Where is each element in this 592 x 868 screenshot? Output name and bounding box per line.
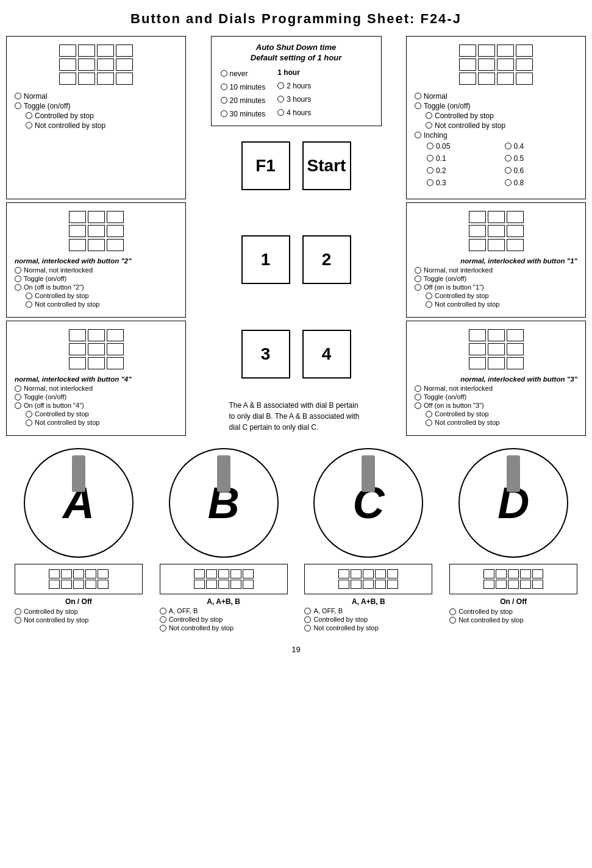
ml-radio-0[interactable] [15,267,21,274]
tr-radio-inching[interactable] [415,132,421,138]
dial-a-handle [72,455,85,492]
br-opt-2: Off (on is button "3") [415,402,577,409]
mr-radio-1[interactable] [415,276,421,282]
mr-radio-0[interactable] [415,267,421,274]
bl-radio-1[interactable] [15,394,21,400]
radio-30min[interactable] [221,110,227,117]
dial-b-subtitle-row: A, OFF, B [160,607,288,614]
br-radio-0[interactable] [415,385,421,392]
tr-option-inching: Inching [415,131,577,140]
ml-radio-1[interactable] [15,276,21,282]
tr-radio-05[interactable] [505,155,512,162]
bot-right-panel: normal, interlocked with button "3" Norm… [406,321,586,436]
dial-c-info-box [304,564,432,594]
dial-c-subtitle-row: A, OFF, B [304,607,432,614]
radio-2hr[interactable] [277,82,284,89]
tr-radio-005[interactable] [427,143,433,149]
bl-opt-0: Normal, not interlocked [15,385,177,392]
dial-a[interactable]: A [24,448,134,558]
btn-3[interactable]: 3 [241,330,290,379]
ml-radio-4[interactable] [26,301,32,308]
bl-radio-0[interactable] [15,385,21,392]
btn-2[interactable]: 2 [302,235,351,284]
tr-radio-06[interactable] [505,167,512,174]
dial-a-radio-0[interactable] [15,608,21,615]
dial-b-radio-1[interactable] [160,625,166,631]
shutdown-4hr: 4 hours [277,108,311,117]
br-opt-0: Normal, not interlocked [415,385,577,392]
dial-d-opt-0: Controlled by stop [449,608,577,615]
tr-radio-toggle[interactable] [415,102,421,109]
dial-c-radio-0[interactable] [304,616,311,623]
radio-20min[interactable] [221,97,227,104]
tr-inch-02: 0.2 [427,166,500,175]
dial-c-wrapper: C A, A+B, B A, OFF, B Controlled by stop… [304,448,432,633]
dial-d-handle [507,455,520,492]
tr-radio-02[interactable] [427,167,433,174]
tr-radio-08[interactable] [505,179,512,186]
ml-radio-2[interactable] [15,284,21,291]
dial-d-radio-0[interactable] [449,608,456,615]
ml-opt-3: Controlled by stop [26,292,177,299]
tr-radio-controlled[interactable] [426,112,432,119]
shutdown-col-right: 1 hour 2 hours 3 hours 4 hours [277,68,311,119]
radio-4hr[interactable] [277,109,284,116]
tr-radio-04[interactable] [505,143,512,149]
shutdown-col-left: never 10 minutes 20 minutes 30 minutes [221,68,266,119]
dial-d[interactable]: D [458,448,568,558]
shutdown-2hr: 2 hours [277,82,311,90]
btn-start[interactable]: Start [302,141,351,190]
dial-b-radio-sub[interactable] [160,608,166,614]
radio-never[interactable] [221,70,227,77]
br-radio-1[interactable] [415,394,421,400]
shutdown-3hr: 3 hours [277,95,311,104]
tr-radio-03[interactable] [427,179,433,186]
bl-radio-4[interactable] [26,419,32,426]
mr-title: normal, interlocked with button "1" [415,257,577,265]
radio-10min[interactable] [221,84,227,90]
shutdown-panel: Auto Shut Down time Default setting of 1… [211,36,382,126]
radio-not-controlled[interactable] [26,122,32,129]
ml-opt-2: On (off is button "2") [15,283,177,291]
tr-inch-03: 0.3 [427,179,500,187]
dial-c-handle [362,455,375,492]
bl-radio-2[interactable] [15,402,21,409]
mr-radio-4[interactable] [426,301,432,308]
btn-1[interactable]: 1 [241,235,290,284]
dial-d-wrapper: D On / Off Controlled by stop Not contro… [449,448,577,633]
radio-normal[interactable] [15,93,21,99]
mr-radio-2[interactable] [415,284,421,291]
radio-3hr[interactable] [277,96,284,102]
top-left-panel: Normal Toggle (on/off) Controlled by sto… [6,36,186,199]
shutdown-options: never 10 minutes 20 minutes 30 minutes [221,68,372,119]
ml-radio-3[interactable] [26,293,32,299]
tr-inch-01: 0.1 [427,154,500,163]
tr-radio-not-controlled[interactable] [426,122,432,129]
dial-d-radio-1[interactable] [449,617,456,624]
btn-4[interactable]: 4 [302,330,351,379]
dial-a-radio-1[interactable] [15,617,21,624]
tr-radio-01[interactable] [427,155,433,162]
ml-opt-0: Normal, not interlocked [15,266,177,274]
center-note: The A & B associated with dial B pertain… [229,400,363,433]
bl-opt-3: Controlled by stop [26,410,177,418]
dial-b-radio-0[interactable] [160,616,166,623]
tr-inch-05: 0.5 [505,154,578,163]
dial-c-radio-1[interactable] [304,625,311,631]
mr-radio-3[interactable] [426,293,432,299]
bl-radio-3[interactable] [26,411,32,418]
option-normal: Normal [15,92,177,101]
radio-controlled[interactable] [26,112,32,119]
radio-toggle[interactable] [15,102,21,109]
btn-f1[interactable]: F1 [241,141,290,190]
br-radio-3[interactable] [426,411,432,418]
br-radio-4[interactable] [426,419,432,426]
bl-opt-2: On (off is button "4") [15,402,177,409]
tr-radio-normal[interactable] [415,93,421,99]
dial-c[interactable]: C [313,448,423,558]
dial-c-radio-sub[interactable] [304,608,311,614]
br-radio-2[interactable] [415,402,421,409]
dial-b-handle [217,455,230,492]
mr-opt-3: Controlled by stop [426,292,577,299]
dial-b[interactable]: B [169,448,279,558]
